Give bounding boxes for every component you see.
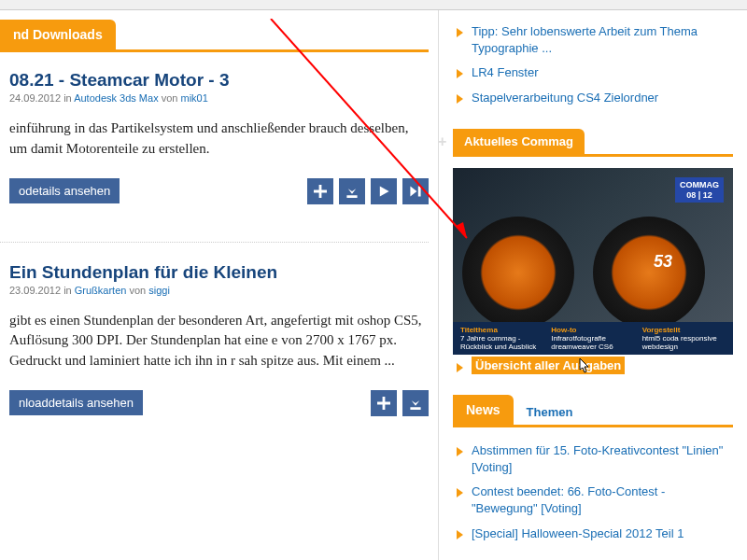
cursor-pointer-icon [574,357,593,379]
download-icon[interactable] [402,390,429,416]
sidebar: Tipp: Sehr lobenswerte Arbeit zum Thema … [439,10,747,560]
commag-image[interactable]: 53 COMMAG08 | 12 Titelthema7 Jahre comma… [453,168,733,355]
details-button[interactable]: nloaddetails ansehen [9,390,143,415]
play-icon[interactable] [371,178,397,204]
commag-tab: Aktuelles Commag [453,129,585,154]
list-item: Abstimmen für 15. Foto-Kreativcontest "L… [457,439,733,480]
post-title-link[interactable]: Ein Stundenplan für die Kleinen [9,262,277,282]
post: 08.21 - Steamcar Motor - 3 24.09.2012 in… [9,69,429,204]
post-author-link[interactable]: siggi [148,285,170,296]
news-list: Abstimmen für 15. Foto-Kreativcontest "L… [457,439,733,546]
details-button[interactable]: odetails ansehen [9,178,120,203]
post-category-link[interactable]: Grußkarten [75,285,127,296]
plus-icon[interactable] [307,178,333,204]
news-link[interactable]: [Special] Halloween-Special 2012 Teil 1 [472,526,684,540]
list-item: [Special] Halloween-Special 2012 Teil 1 [457,522,733,546]
commag-header: + Aktuelles Commag - [453,129,733,157]
sidebar-link[interactable]: Tipp: Sehr lobenswerte Arbeit zum Thema … [472,24,698,55]
sidebar-link[interactable]: Stapelverarbeitung CS4 Zielordner [472,91,658,105]
post: Ein Stundenplan für die Kleinen 23.09.20… [9,261,429,416]
overview-link[interactable]: Übersicht aller Ausgaben [472,357,625,374]
news-link[interactable]: Contest beendet: 66. Foto-Contest - "Bew… [472,484,665,515]
collapse-icon[interactable]: - [724,405,729,425]
add-icon[interactable]: + [439,133,446,150]
list-item: Stapelverarbeitung CS4 Zielordner [457,86,733,110]
tab-themen[interactable]: Themen [514,399,586,425]
divider [0,242,429,243]
list-item: Tipp: Sehr lobenswerte Arbeit zum Thema … [457,20,733,61]
download-icon[interactable] [339,178,365,204]
skip-icon[interactable] [402,178,429,204]
post-title-link[interactable]: 08.21 - Steamcar Motor - 3 [9,70,229,90]
sidebar-link[interactable]: LR4 Fenster [472,65,539,79]
section-tab-downloads[interactable]: nd Downloads [0,20,116,49]
list-item: Contest beendet: 66. Foto-Contest - "Bew… [457,480,733,521]
plus-icon[interactable] [371,390,397,416]
post-meta: 23.09.2012 in Grußkarten von siggi [9,285,429,296]
top-links-list: Tipp: Sehr lobenswerte Arbeit zum Thema … [457,20,733,110]
post-meta: 24.09.2012 in Autodesk 3ds Max von mik01 [9,92,429,104]
commag-badge: COMMAG08 | 12 [675,177,724,203]
post-excerpt: gibt es einen Stundenplan der besonderen… [9,311,429,371]
collapse-icon[interactable]: - [724,134,729,154]
main-column: nd Downloads 08.21 - Steamcar Motor - 3 … [0,10,439,560]
news-link[interactable]: Abstimmen für 15. Foto-Kreativcontest "L… [472,443,723,474]
commag-overview: Übersicht aller Ausgaben [457,358,733,372]
list-item: LR4 Fenster [457,61,733,85]
post-excerpt: einführung in das Partikelsystem und ans… [9,119,429,160]
tab-news[interactable]: News [453,395,514,425]
post-category-link[interactable]: Autodesk 3ds Max [74,92,159,104]
news-tabs: News Themen - [453,395,733,427]
commag-caption: Titelthema7 Jahre commag - Rückblick und… [453,322,733,355]
section-header: nd Downloads [0,20,429,52]
post-author-link[interactable]: mik01 [181,92,208,104]
